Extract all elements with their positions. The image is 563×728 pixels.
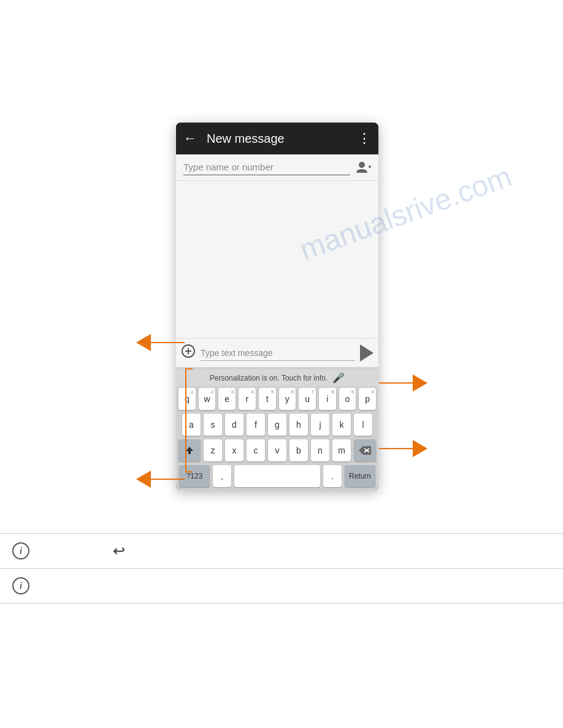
period-key[interactable]: . — [323, 465, 342, 487]
key-t[interactable]: 5t — [259, 388, 276, 410]
key-q[interactable]: 1q — [178, 388, 196, 410]
key-e[interactable]: 3e — [218, 388, 236, 410]
bottom-section: i ↩ i — [0, 533, 563, 604]
return-key[interactable]: Return — [345, 465, 375, 487]
annotation-arrow-left-2 — [136, 471, 185, 488]
backspace-icon — [359, 446, 371, 455]
backspace-key[interactable] — [354, 439, 376, 461]
add-contact-icon — [355, 159, 371, 175]
arrow-head-left-1 — [136, 334, 151, 351]
keyboard-row-4: ?123 , . Return — [176, 463, 378, 489]
arrow-line-right-2 — [379, 448, 413, 449]
arrow-line-left-1 — [151, 342, 185, 343]
key-o[interactable]: 9o — [339, 388, 356, 410]
keyboard-row-3: z x c v b n m — [176, 438, 378, 463]
key-r[interactable]: 4r — [239, 388, 256, 410]
bracket-vertical-line — [185, 368, 186, 471]
key-i[interactable]: 8i — [319, 388, 336, 410]
keyboard-row-2: a s d f g h j k l — [176, 412, 378, 438]
top-bar: ← New message ⋮ — [176, 123, 378, 154]
key-k[interactable]: k — [332, 414, 351, 436]
annotation-arrow-right-2 — [379, 440, 427, 457]
key-z[interactable]: z — [204, 439, 222, 461]
key-g[interactable]: g — [268, 414, 286, 436]
key-f[interactable]: f — [247, 414, 265, 436]
key-d[interactable]: d — [225, 414, 243, 436]
arrow-line-left-2 — [151, 479, 185, 480]
key-l[interactable]: l — [354, 414, 372, 436]
send-button[interactable] — [360, 344, 373, 362]
key-c[interactable]: c — [247, 439, 265, 461]
info-icon-2: i — [12, 577, 29, 594]
arrow-line-right-1 — [379, 382, 413, 384]
mic-icon[interactable]: 🎤 — [332, 372, 345, 384]
annotation-arrow-left-1 — [136, 334, 185, 351]
bottom-row-1: i ↩ — [0, 534, 563, 569]
key-p[interactable]: 0p — [359, 388, 376, 410]
key-b[interactable]: b — [289, 439, 308, 461]
key-h[interactable]: h — [289, 414, 308, 436]
text-message-input[interactable] — [201, 346, 355, 361]
arrow-head-left-2 — [136, 471, 151, 488]
key-m[interactable]: m — [332, 439, 351, 461]
space-key[interactable] — [234, 465, 320, 487]
key-y[interactable]: 6y — [279, 388, 296, 410]
back-symbol: ↩ — [113, 542, 125, 559]
key-s[interactable]: s — [204, 414, 222, 436]
info-icon-1: i — [12, 542, 29, 559]
phone-mockup: ← New message ⋮ — [176, 123, 378, 490]
bottom-row-2: i — [0, 569, 563, 604]
key-u[interactable]: 7u — [299, 388, 316, 410]
bracket-bottom-line — [185, 471, 193, 472]
svg-point-0 — [359, 162, 365, 168]
shift-key[interactable] — [178, 439, 201, 461]
message-body-area — [176, 181, 378, 338]
keyboard-info-bar[interactable]: Personalization is on. Touch for info. 🎤 — [176, 370, 378, 386]
more-options-button[interactable]: ⋮ — [358, 131, 371, 146]
to-input[interactable] — [183, 159, 350, 175]
annotation-arrow-right-1 — [379, 374, 427, 392]
key-w[interactable]: 2w — [199, 388, 216, 410]
screen-title: New message — [207, 132, 348, 146]
arrow-head-right-2 — [413, 440, 427, 457]
bracket-top-line — [185, 368, 193, 370]
comma-key[interactable]: , — [213, 465, 231, 487]
to-field-area — [176, 154, 378, 181]
text-input-bar — [176, 338, 378, 367]
key-j[interactable]: j — [311, 414, 329, 436]
keyboard-area: Personalization is on. Touch for info. 🎤… — [176, 367, 378, 490]
keyboard-row-1: 1q 2w 3e 4r 5t 6y 7u 8i 9o 0p — [176, 386, 378, 412]
svg-marker-6 — [186, 447, 193, 454]
arrow-head-right-1 — [413, 374, 427, 392]
add-contact-button[interactable] — [355, 159, 371, 175]
key-v[interactable]: v — [268, 439, 286, 461]
personalization-text: Personalization is on. Touch for info. — [210, 374, 328, 382]
key-x[interactable]: x — [225, 439, 243, 461]
key-n[interactable]: n — [311, 439, 329, 461]
back-button[interactable]: ← — [183, 131, 197, 146]
